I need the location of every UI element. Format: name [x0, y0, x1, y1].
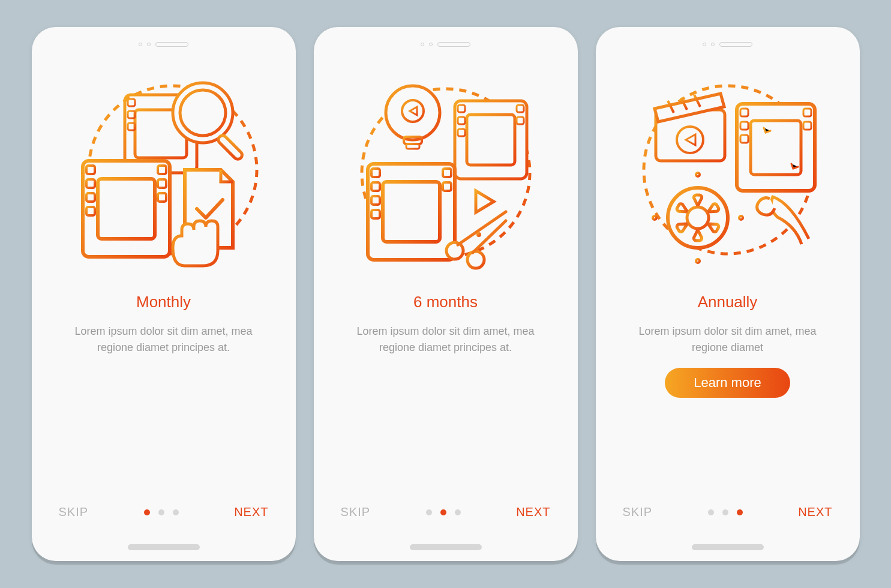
dot-2[interactable]: [440, 509, 446, 515]
dot-1[interactable]: [708, 509, 714, 515]
film-bulb-scissors-icon: [347, 65, 545, 275]
dot-1[interactable]: [144, 509, 150, 515]
dot-2[interactable]: [722, 509, 728, 515]
home-indicator: [692, 544, 764, 550]
film-search-check-icon: [65, 65, 263, 275]
home-indicator: [128, 544, 200, 550]
svg-point-41: [446, 242, 463, 259]
dot-3[interactable]: [455, 509, 461, 515]
pagination-dots: [426, 509, 461, 515]
phone-hardware-row: [703, 42, 752, 47]
onboarding-screen-3: Annually Lorem ipsum dolor sit dim amet,…: [596, 27, 860, 561]
clapper-gear-brush-icon: [629, 65, 827, 275]
skip-button[interactable]: SKIP: [59, 505, 89, 519]
svg-rect-3: [128, 99, 135, 106]
learn-more-button[interactable]: Learn more: [665, 368, 790, 398]
svg-point-59: [668, 188, 728, 248]
screen-description: Lorem ipsum dolor sit dim amet, mea regi…: [344, 323, 548, 356]
svg-point-62: [696, 173, 700, 176]
screen-title: Annually: [698, 293, 758, 311]
screen-title: 6 months: [413, 293, 478, 311]
screen-title: Monthly: [136, 293, 191, 311]
svg-rect-52: [737, 104, 815, 191]
phone-hardware-row: [421, 42, 470, 47]
svg-rect-8: [217, 134, 244, 161]
svg-point-42: [467, 251, 484, 268]
svg-point-66: [653, 216, 656, 220]
home-indicator: [410, 544, 482, 550]
svg-point-68: [739, 216, 743, 220]
dot-3[interactable]: [173, 509, 179, 515]
onboarding-screen-1: Monthly Lorem ipsum dolor sit dim amet, …: [32, 27, 296, 561]
next-button[interactable]: NEXT: [516, 505, 550, 519]
svg-point-45: [476, 232, 481, 237]
svg-rect-21: [406, 144, 419, 149]
pagination-dots: [144, 509, 179, 515]
skip-button[interactable]: SKIP: [623, 505, 653, 519]
svg-point-6: [173, 83, 233, 143]
skip-button[interactable]: SKIP: [341, 505, 371, 519]
next-button[interactable]: NEXT: [234, 505, 268, 519]
onboarding-screen-2: 6 months Lorem ipsum dolor sit dim amet,…: [314, 27, 578, 561]
screen-description: Lorem ipsum dolor sit dim amet, mea regi…: [626, 323, 830, 356]
dot-3[interactable]: [737, 509, 743, 515]
dot-2[interactable]: [158, 509, 164, 515]
next-button[interactable]: NEXT: [798, 505, 832, 519]
dot-1[interactable]: [426, 509, 432, 515]
screen-description: Lorem ipsum dolor sit dim amet, mea regi…: [62, 323, 266, 356]
svg-point-64: [696, 259, 700, 263]
phone-hardware-row: [139, 42, 188, 47]
pagination-dots: [708, 509, 743, 515]
